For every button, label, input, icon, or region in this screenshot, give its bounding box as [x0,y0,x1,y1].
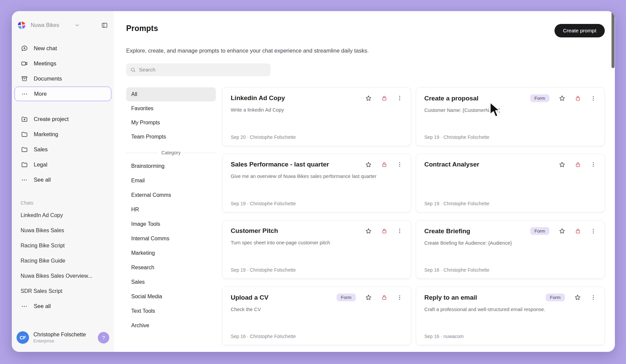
kebab-menu-icon[interactable] [397,228,403,234]
category-hr[interactable]: HR [126,202,216,217]
chat-item[interactable]: SDR Sales Script [12,283,114,299]
category-marketing[interactable]: Marketing [126,246,216,260]
lock-icon[interactable] [575,228,581,234]
lock-icon[interactable] [381,228,388,234]
chat-item[interactable]: Racing Bike Script [12,238,114,253]
prompt-card[interactable]: Customer Pitch Turn spec sheet into one-… [222,220,411,279]
star-icon[interactable] [365,294,372,301]
star-icon[interactable] [574,294,581,301]
scrollbar-thumb[interactable] [611,12,615,68]
category-research[interactable]: Research [126,260,216,275]
prompt-card-meta: Sep 16 · Christophe Folschette [231,334,296,339]
sidebar-item-more[interactable]: More [15,87,111,101]
search-input[interactable] [139,67,266,73]
prompt-card[interactable]: Contract Analyser Sep 19 · Christophe Fo… [416,154,605,212]
kebab-menu-icon[interactable] [590,295,596,301]
lock-icon[interactable] [381,95,388,101]
lock-icon[interactable] [575,161,581,168]
user-profile[interactable]: CF Christophe Folschette Enterprise ? [12,328,114,348]
star-icon[interactable] [559,161,566,168]
prompt-card-meta: Sep 19 · Christophe Folschette [231,201,296,206]
sidebar-item-meetings[interactable]: Meetings [12,56,114,71]
lock-icon[interactable] [575,95,581,101]
category-divider: Category [126,150,216,155]
sidebar-item-new-chat[interactable]: New chat [12,41,114,56]
chevron-down-icon[interactable] [75,23,80,28]
category-brainstorming[interactable]: Brainstorming [126,159,216,173]
chats-section-label: Chats [12,200,114,208]
filter-list: All Favorites My Prompts Team Prompts Ca… [126,87,216,345]
prompt-card[interactable]: Upload a CV Form Check the CV Sep 16 · C… [222,286,411,345]
kebab-menu-icon[interactable] [397,95,403,101]
search-box[interactable] [126,63,271,76]
filter-team-prompts[interactable]: Team Prompts [126,130,216,144]
category-archive[interactable]: Archive [126,318,216,333]
sidebar-item-marketing[interactable]: Marketing [12,127,114,142]
form-badge: Form [546,294,565,301]
star-icon[interactable] [365,95,372,102]
workspace-switcher[interactable]: Nuwa Bikes [12,19,114,32]
sidebar-collapse-icon[interactable] [101,22,108,29]
category-text-tools[interactable]: Text Tools [126,304,216,318]
sidebar-item-label: Create project [34,116,69,122]
sidebar-item-label: Sales [34,146,48,153]
prompt-card[interactable]: Create Briefing Form Create Briefing for… [416,220,605,279]
kebab-menu-icon[interactable] [397,295,403,301]
sidebar-item-label: See all [34,303,51,309]
prompt-card[interactable]: Linkedin Ad Copy Write a linkedin Ad Cop… [222,87,411,146]
folder-icon [21,131,28,138]
chat-item[interactable]: Racing Bike Guide [12,253,114,268]
filter-favorites[interactable]: Favorites [126,101,216,116]
prompt-card-description: Create Briefing for Audience: {Audience} [424,240,596,246]
sidebar-item-sales[interactable]: Sales [12,142,114,157]
filter-my-prompts[interactable]: My Prompts [126,116,216,130]
sidebar-item-label: Legal [34,161,47,168]
sidebar-item-create-project[interactable]: Create project [12,112,114,127]
sidebar-item-documents[interactable]: Documents [12,71,114,86]
sidebar-item-chats-see-all[interactable]: See all [12,299,114,314]
category-internal-comms[interactable]: Internal Comms [126,231,216,246]
prompt-card-meta: Sep 16 · nuwacom [424,334,464,339]
kebab-menu-icon[interactable] [590,95,596,101]
workspace-logo-icon [17,20,27,30]
star-icon[interactable] [559,95,566,102]
prompt-card-title: Contract Analyser [424,161,479,168]
kebab-menu-icon[interactable] [397,161,403,168]
star-icon[interactable] [559,228,566,235]
prompt-card-meta: Sep 19 · Christophe Folschette [424,134,489,140]
prompt-card-title: Reply to an email [424,294,477,301]
sidebar-item-projects-see-all[interactable]: See all [12,172,114,187]
category-sales[interactable]: Sales [126,275,216,289]
prompt-card[interactable]: Reply to an email Form Craft a professio… [416,286,605,345]
prompt-card-title: Sales Performance - last quarter [231,161,329,168]
category-label: Category [158,150,185,155]
category-social-media[interactable]: Social Media [126,289,216,304]
star-icon[interactable] [365,161,372,168]
help-button[interactable]: ? [98,332,109,343]
user-meta: Christophe Folschette Enterprise [33,332,86,343]
star-icon[interactable] [365,228,372,235]
main-header: Prompts Create prompt [126,24,605,37]
prompt-card-title: Customer Pitch [231,227,278,235]
prompt-card-meta: Sep 19 · Christophe Folschette [231,267,296,273]
category-email[interactable]: Email [126,173,216,188]
kebab-menu-icon[interactable] [590,228,596,234]
filter-all[interactable]: All [126,87,216,101]
chat-item[interactable]: Nuwa Bikes Sales [12,223,114,238]
user-name: Christophe Folschette [33,332,86,338]
create-prompt-button[interactable]: Create prompt [554,24,605,37]
chat-item[interactable]: LinkedIn Ad Copy [12,208,114,223]
kebab-menu-icon[interactable] [590,161,596,168]
lock-icon[interactable] [381,294,388,301]
chat-item[interactable]: Nuwa Bikes Sales Overview... [12,268,114,283]
prompt-card-description: Give me an overview of Nuwa Bikes sales … [231,174,403,179]
lock-icon[interactable] [381,161,388,168]
category-image-tools[interactable]: Image Tools [126,217,216,231]
sidebar-item-legal[interactable]: Legal [12,157,114,172]
main-content: Prompts Create prompt Explore, create, a… [114,11,615,352]
prompt-card[interactable]: Sales Performance - last quarter Give me… [222,154,411,212]
prompt-card-description: Write a linkedin Ad Copy [231,107,403,113]
prompt-card[interactable]: Create a proposal Form Customer Name: {C… [416,87,605,146]
prompt-card-meta: Sep 16 · Christophe Folschette [424,267,489,273]
category-external-comms[interactable]: External Comms [126,188,216,202]
